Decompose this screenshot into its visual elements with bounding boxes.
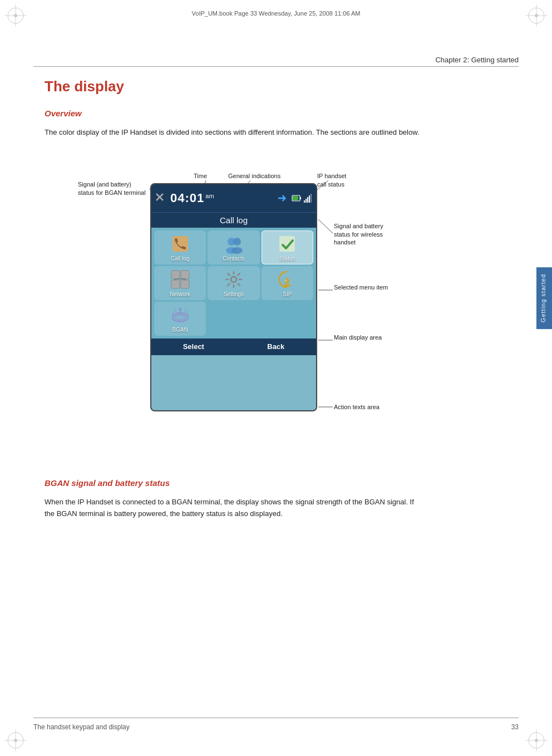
footer-right: 33 xyxy=(511,723,519,731)
svg-point-49 xyxy=(285,279,287,282)
phone-action-bar: Select Back xyxy=(151,338,316,355)
svg-rect-33 xyxy=(310,194,312,203)
svg-rect-42 xyxy=(171,280,180,288)
svg-point-3 xyxy=(14,14,17,17)
svg-point-36 xyxy=(233,238,241,246)
phone-menu-empty1 xyxy=(208,302,259,336)
chapter-header-text: Chapter 2: Getting started xyxy=(33,56,519,64)
phone-status-icons xyxy=(277,193,312,204)
contacts-icon xyxy=(223,233,244,254)
settings-icon xyxy=(223,269,244,290)
ann-general: General indications xyxy=(228,172,280,180)
status-icon xyxy=(277,233,298,254)
phone-time: 04:01 xyxy=(170,191,204,205)
svg-line-20 xyxy=(318,219,333,233)
phone-menu-sip: SIP xyxy=(262,266,313,300)
svg-point-47 xyxy=(231,277,236,282)
corner-mark-tr xyxy=(525,4,548,27)
svg-rect-43 xyxy=(181,280,189,288)
footer: The handset keypad and display 33 xyxy=(0,723,552,731)
page-title: The display xyxy=(45,78,507,95)
phone-menu-contacts: Contacts xyxy=(208,230,259,264)
phone-diagram: Signal (and battery)status for BGAN term… xyxy=(78,150,512,462)
file-info: VoIP_UM.book Page 33 Wednesday, June 25,… xyxy=(192,10,361,17)
phone-status-bar: 04:01am xyxy=(151,184,316,212)
svg-rect-32 xyxy=(309,195,310,203)
phone-menu-calllog: Call log xyxy=(154,230,206,264)
action-back: Back xyxy=(267,342,284,351)
svg-rect-29 xyxy=(304,200,305,203)
ann-ip-handset: IP handsetcall status xyxy=(317,172,373,189)
calllog-icon xyxy=(170,233,191,254)
svg-rect-28 xyxy=(293,196,298,200)
svg-point-52 xyxy=(177,316,184,319)
ann-action-texts: Action texts area xyxy=(334,403,379,411)
corner-mark-tl xyxy=(4,4,27,27)
svg-point-51 xyxy=(175,314,186,320)
phone-ampm: am xyxy=(205,193,214,199)
chapter-header: Chapter 2: Getting started xyxy=(33,56,519,67)
phone-menu-network: Network xyxy=(154,266,206,300)
action-select: Select xyxy=(183,342,204,351)
phone-grid-area: Call log Contacts xyxy=(151,228,316,338)
svg-rect-31 xyxy=(307,197,308,203)
bgan-icon xyxy=(170,305,191,326)
svg-rect-34 xyxy=(172,236,188,252)
main-content: The display Overview The color display o… xyxy=(45,67,507,531)
svg-point-38 xyxy=(231,247,243,254)
ann-time: Time xyxy=(194,172,207,180)
bgan-body-text: When the IP Handset is connected to a BG… xyxy=(45,497,423,520)
overview-body-text: The color display of the IP Handset is d… xyxy=(45,127,423,139)
phone-menu-empty2 xyxy=(262,302,313,336)
bottom-divider xyxy=(33,718,519,718)
svg-point-11 xyxy=(14,739,17,742)
svg-rect-39 xyxy=(279,236,295,252)
bgan-subtitle: BGAN signal and battery status xyxy=(45,478,507,488)
corner-mark-bl xyxy=(4,729,27,752)
phone-menu-bgan: BGAN xyxy=(154,302,206,336)
sip-icon xyxy=(277,269,298,290)
svg-rect-40 xyxy=(171,271,180,279)
svg-point-48 xyxy=(285,277,289,286)
bgan-section: BGAN signal and battery status When the … xyxy=(45,478,507,520)
phone-screen: 04:01am xyxy=(150,183,317,411)
svg-rect-27 xyxy=(300,197,301,199)
svg-point-54 xyxy=(179,307,181,310)
svg-point-7 xyxy=(535,14,538,17)
svg-point-15 xyxy=(535,739,538,742)
svg-rect-30 xyxy=(305,199,307,203)
ann-selected-menu: Selected menu item xyxy=(334,283,388,292)
ann-signal-bgan: Signal (and battery)status for BGAN term… xyxy=(78,180,150,197)
overview-subtitle: Overview xyxy=(45,109,507,118)
phone-menu-settings: Settings xyxy=(208,266,259,300)
ann-main-display: Main display area xyxy=(334,333,382,342)
ann-signal-wireless: Signal and batterystatus for wirelesshan… xyxy=(334,222,412,247)
svg-rect-41 xyxy=(181,271,189,279)
phone-menu-bar: Call log xyxy=(151,212,316,228)
network-icon xyxy=(170,269,191,290)
side-tab: Getting started xyxy=(536,267,552,329)
footer-left: The handset keypad and display xyxy=(33,723,130,731)
corner-mark-br xyxy=(525,729,548,752)
phone-menu-status: Status xyxy=(262,230,313,264)
